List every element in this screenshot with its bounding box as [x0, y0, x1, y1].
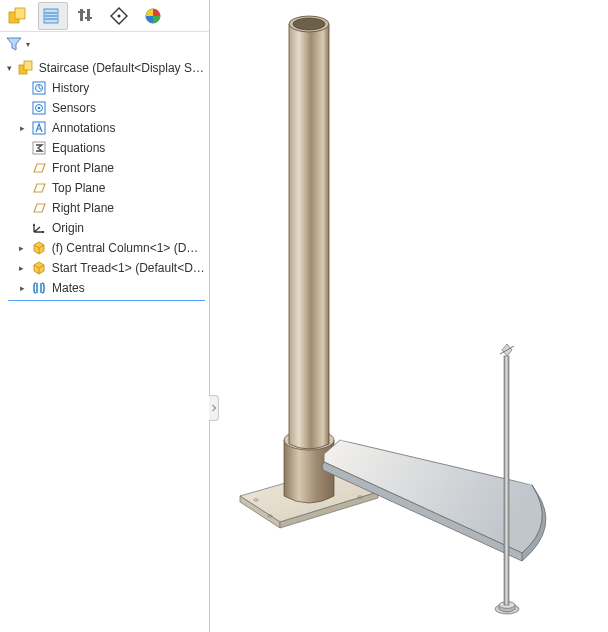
svg-rect-30	[504, 356, 509, 605]
graphics-viewport[interactable]	[210, 0, 608, 632]
part-icon	[30, 259, 48, 277]
tree-node-label: Equations	[52, 138, 105, 158]
sensors-icon	[30, 99, 48, 117]
tree-node-sensors[interactable]: ▸ Sensors	[0, 98, 209, 118]
expander-icon[interactable]: ▸	[16, 262, 28, 274]
tree-node-label: Front Plane	[52, 158, 114, 178]
config-icon	[76, 7, 94, 25]
feature-tree: ▾ Staircase (Default<Display State-1 ▸ H…	[0, 56, 209, 632]
display-icon	[144, 7, 162, 25]
tree-node-label: Origin	[52, 218, 84, 238]
svg-rect-1	[15, 8, 25, 19]
tree-node-label: Annotations	[52, 118, 115, 138]
part-icon	[30, 239, 48, 257]
feature-manager-tab[interactable]	[4, 2, 34, 30]
svg-rect-13	[24, 61, 32, 70]
funnel-icon[interactable]	[6, 36, 22, 52]
plane-icon	[30, 199, 48, 217]
svg-rect-8	[78, 11, 85, 13]
tree-node-label: (f) Central Column<1> (Defau	[52, 238, 205, 258]
model-render	[210, 0, 608, 632]
dimxpert-manager-tab[interactable]	[106, 2, 136, 30]
svg-point-10	[118, 14, 121, 17]
property-icon	[42, 7, 60, 25]
assembly-icon	[17, 59, 35, 77]
svg-point-27	[293, 18, 325, 30]
tree-node-start-tread[interactable]: ▸ Start Tread<1> (Default<Disp	[0, 258, 209, 278]
tree-node-top-plane[interactable]: ▸ Top Plane	[0, 178, 209, 198]
tree-node-front-plane[interactable]: ▸ Front Plane	[0, 158, 209, 178]
tree-node-label: Right Plane	[52, 198, 114, 218]
configuration-manager-tab[interactable]	[72, 2, 102, 30]
chevron-down-icon[interactable]: ▾	[26, 40, 30, 49]
tree-node-right-plane[interactable]: ▸ Right Plane	[0, 198, 209, 218]
display-manager-tab[interactable]	[140, 2, 170, 30]
tree-node-label: Sensors	[52, 98, 96, 118]
tree-node-mates[interactable]: ▸ Mates	[0, 278, 209, 298]
history-icon	[30, 79, 48, 97]
equations-icon	[30, 139, 48, 157]
tree-node-annotations[interactable]: ▸ Annotations	[0, 118, 209, 138]
expander-icon[interactable]: ▸	[16, 282, 28, 294]
manager-tabstrip	[0, 0, 209, 32]
tree-filter-row: ▾	[0, 32, 209, 56]
expander-icon[interactable]: ▸	[16, 242, 28, 254]
svg-rect-9	[85, 17, 92, 19]
tree-node-label: Mates	[52, 278, 85, 298]
tree-node-origin[interactable]: ▸ Origin	[0, 218, 209, 238]
svg-rect-6	[80, 9, 83, 21]
svg-point-18	[38, 107, 41, 110]
feature-tree-panel: ▾ ▾ Staircase (Default<Display State-1 ▸	[0, 0, 210, 632]
assembly-icon	[8, 7, 26, 25]
tree-node-label: Top Plane	[52, 178, 105, 198]
expander-icon[interactable]: ▾	[4, 62, 15, 74]
svg-rect-7	[87, 9, 90, 21]
annotations-icon	[30, 119, 48, 137]
panel-collapse-button[interactable]	[209, 395, 219, 421]
tree-end-separator	[8, 300, 205, 301]
tree-node-history[interactable]: ▸ History	[0, 78, 209, 98]
tree-node-equations[interactable]: ▸ Equations	[0, 138, 209, 158]
tree-node-central-column[interactable]: ▸ (f) Central Column<1> (Defau	[0, 238, 209, 258]
chevron-right-icon	[211, 402, 217, 414]
tree-root-label: Staircase (Default<Display State-1	[39, 58, 205, 78]
plane-icon	[30, 179, 48, 197]
tree-root[interactable]: ▾ Staircase (Default<Display State-1	[0, 58, 209, 78]
tree-node-label: History	[52, 78, 89, 98]
central-column	[289, 16, 329, 449]
plane-icon	[30, 159, 48, 177]
property-manager-tab[interactable]	[38, 2, 68, 30]
dimxpert-icon	[110, 7, 128, 25]
mates-icon	[30, 279, 48, 297]
tree-node-label: Start Tread<1> (Default<Disp	[52, 258, 205, 278]
expander-icon[interactable]: ▸	[16, 122, 28, 134]
origin-icon	[30, 219, 48, 237]
